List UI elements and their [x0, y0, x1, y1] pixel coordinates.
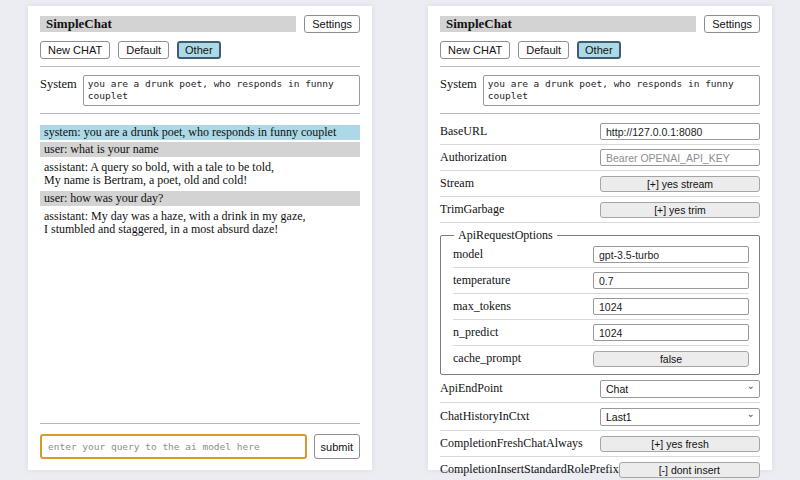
setting-row-max-tokens: max_tokens — [453, 298, 749, 315]
session-row: New CHAT Default Other — [40, 41, 360, 59]
n-predict-label: n_predict — [453, 325, 498, 340]
session-button-other[interactable]: Other — [177, 41, 221, 59]
api-endpoint-label: ApiEndPoint — [440, 381, 503, 396]
chat-message-user: user: what is your name — [40, 142, 360, 157]
divider — [40, 423, 360, 424]
session-button-other[interactable]: Other — [577, 41, 621, 59]
session-row: New CHAT Default Other — [440, 41, 760, 59]
api-endpoint-select[interactable]: Chat — [600, 380, 760, 398]
chat-message-list: system: you are a drunk poet, who respon… — [40, 125, 360, 416]
divider — [440, 170, 760, 171]
session-button-default[interactable]: Default — [518, 41, 569, 59]
max-tokens-input[interactable] — [593, 298, 749, 315]
setting-row-completion-fresh: CompletionFreshChatAlways [+] yes fresh — [440, 435, 760, 452]
divider — [440, 66, 760, 67]
app-title: SimpleChat — [40, 16, 296, 32]
header: SimpleChat Settings — [440, 15, 760, 33]
chat-message-assistant: assistant: My day was a haze, with a dri… — [40, 208, 360, 238]
stream-label: Stream — [440, 176, 474, 191]
query-row: submit — [40, 434, 360, 459]
cache-prompt-toggle-button[interactable]: false — [593, 351, 749, 367]
setting-row-cache-prompt: cache_prompt false — [453, 350, 749, 367]
setting-row-api-endpoint: ApiEndPoint Chat ⌄ — [440, 379, 760, 398]
system-prompt-row: System you are a drunk poet, who respond… — [440, 75, 760, 106]
setting-row-baseurl: BaseURL — [440, 123, 760, 140]
divider — [453, 267, 749, 268]
chat-history-select[interactable]: Last1 — [600, 408, 760, 426]
session-button-default[interactable]: Default — [118, 41, 169, 59]
divider — [440, 144, 760, 145]
chat-history-label: ChatHistoryInCtxt — [440, 409, 529, 424]
system-prompt-input[interactable]: you are a drunk poet, who responds in fu… — [483, 75, 760, 106]
model-label: model — [453, 247, 483, 262]
divider — [440, 430, 760, 431]
divider — [440, 113, 760, 114]
new-chat-button[interactable]: New CHAT — [440, 41, 510, 59]
divider — [453, 319, 749, 320]
chat-message-assistant: assistant: A query so bold, with a tale … — [40, 159, 360, 189]
api-request-options-legend: ApiRequestOptions — [454, 228, 557, 243]
setting-row-authorization: Authorization — [440, 149, 760, 166]
divider — [440, 456, 760, 457]
temperature-label: temperature — [453, 273, 510, 288]
header: SimpleChat Settings — [40, 15, 360, 33]
settings-button[interactable]: Settings — [704, 15, 760, 33]
cache-prompt-label: cache_prompt — [453, 351, 521, 366]
app-title: SimpleChat — [440, 16, 696, 32]
divider — [453, 345, 749, 346]
system-label: System — [440, 75, 477, 106]
authorization-label: Authorization — [440, 150, 507, 165]
api-endpoint-select-wrap: Chat ⌄ — [600, 379, 760, 398]
completion-fresh-label: CompletionFreshChatAlways — [440, 436, 583, 451]
completion-insert-toggle-button[interactable]: [-] dont insert — [619, 462, 760, 478]
setting-row-stream: Stream [+] yes stream — [440, 175, 760, 192]
stream-toggle-button[interactable]: [+] yes stream — [600, 176, 760, 192]
settings-button[interactable]: Settings — [304, 15, 360, 33]
completion-insert-label: CompletionInsertStandardRolePrefix — [440, 462, 619, 477]
divider — [440, 222, 760, 223]
divider — [453, 293, 749, 294]
chat-history-select-wrap: Last1 ⌄ — [600, 407, 760, 426]
max-tokens-label: max_tokens — [453, 299, 511, 314]
trimgarbage-toggle-button[interactable]: [+] yes trim — [600, 202, 760, 218]
trimgarbage-label: TrimGarbage — [440, 202, 504, 217]
model-input[interactable] — [593, 246, 749, 263]
settings-list: BaseURL Authorization Stream [+] yes str… — [440, 121, 760, 480]
setting-row-model: model — [453, 246, 749, 263]
completion-fresh-toggle-button[interactable]: [+] yes fresh — [600, 436, 760, 452]
query-input[interactable] — [40, 434, 307, 459]
setting-row-n-predict: n_predict — [453, 324, 749, 341]
divider — [40, 66, 360, 67]
setting-row-trimgarbage: TrimGarbage [+] yes trim — [440, 201, 760, 218]
settings-view-panel: SimpleChat Settings New CHAT Default Oth… — [428, 6, 772, 470]
system-label: System — [40, 75, 77, 106]
chat-message-system: system: you are a drunk poet, who respon… — [40, 125, 360, 140]
submit-button[interactable]: submit — [314, 434, 360, 459]
divider — [40, 113, 360, 114]
divider — [440, 196, 760, 197]
temperature-input[interactable] — [593, 272, 749, 289]
system-prompt-input[interactable]: you are a drunk poet, who responds in fu… — [83, 75, 360, 106]
chat-view-panel: SimpleChat Settings New CHAT Default Oth… — [28, 6, 372, 470]
new-chat-button[interactable]: New CHAT — [40, 41, 110, 59]
divider — [440, 402, 760, 403]
setting-row-chat-history: ChatHistoryInCtxt Last1 ⌄ — [440, 407, 760, 426]
setting-row-temperature: temperature — [453, 272, 749, 289]
authorization-input[interactable] — [600, 149, 760, 166]
baseurl-label: BaseURL — [440, 124, 487, 139]
n-predict-input[interactable] — [593, 324, 749, 341]
api-request-options-fieldset: ApiRequestOptions model temperature max_… — [440, 228, 760, 375]
chat-message-user: user: how was your day? — [40, 191, 360, 206]
baseurl-input[interactable] — [600, 123, 760, 140]
setting-row-completion-insert: CompletionInsertStandardRolePrefix [-] d… — [440, 461, 760, 478]
system-prompt-row: System you are a drunk poet, who respond… — [40, 75, 360, 106]
